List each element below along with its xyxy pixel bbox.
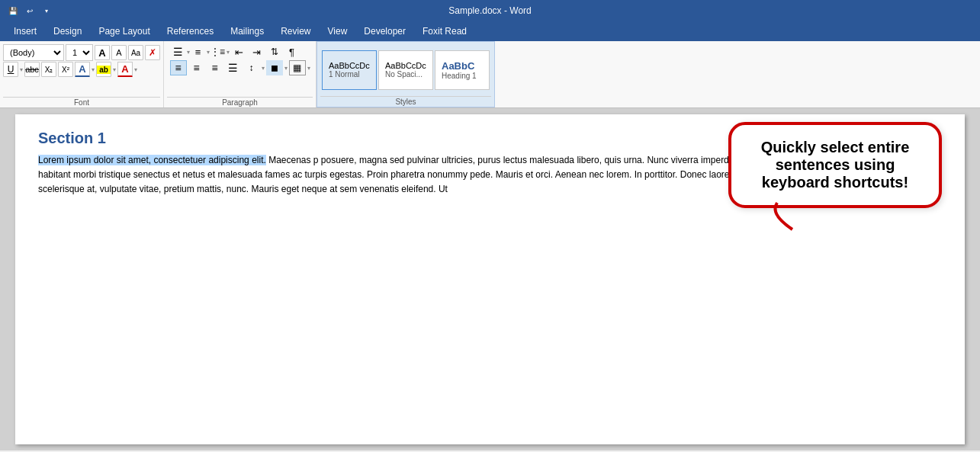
undo-icon[interactable]: ↩ [23,4,37,18]
align-left-button[interactable]: ≡ [170,60,187,75]
paragraph-group: ☰ ▾ ≡ ▾ ⋮≡ ▾ ⇤ ⇥ ⇅ ¶ [164,41,316,107]
decrease-indent-button[interactable]: ⇤ [231,44,248,59]
style-heading1[interactable]: AaBbC Heading 1 [435,50,490,90]
align-right-button[interactable]: ≡ [207,60,223,75]
callout-text: Quickly select entire sentences using ke… [761,139,910,191]
font-format-row: U ▾ abc X₂ X² A ▾ ab ▾ A ▾ [3,62,137,77]
font-group-label: Font [3,97,160,107]
style-heading1-text: AaBbC [442,60,474,72]
quick-access-toolbar[interactable]: 💾 ↩ ▾ [6,4,53,18]
bullets-button[interactable]: ☰ [170,44,187,59]
menu-bar: Insert Design Page Layout References Mai… [0,21,980,41]
borders-button[interactable]: ▦ [289,60,306,75]
paragraph-group-label: Paragraph [167,97,313,107]
menu-review[interactable]: Review [273,24,318,38]
callout-bubble: Quickly select entire sentences using ke… [728,122,942,208]
save-icon[interactable]: 💾 [6,4,20,18]
document-area: Section 1 Lorem ipsum dolor sit amet, co… [0,108,980,450]
quick-access-dropdown-icon[interactable]: ▾ [40,4,53,18]
menu-references[interactable]: References [159,24,221,38]
callout-tail [770,203,808,229]
justify-button[interactable]: ☰ [225,60,242,75]
font-group: (Body) 11 A A Aa ✗ U ▾ abc X₂ X² [0,41,164,107]
font-name-row: (Body) 11 A A Aa ✗ [3,44,160,61]
style-no-spacing[interactable]: AaBbCcDc No Spaci... [378,50,433,90]
font-color-button[interactable]: A [75,62,90,77]
style-normal[interactable]: AaBbCcDc 1 Normal [322,50,377,90]
font-size-select[interactable]: 11 [66,44,93,61]
paragraph-row1: ☰ ▾ ≡ ▾ ⋮≡ ▾ ⇤ ⇥ ⇅ ¶ [170,44,300,59]
styles-group: AaBbCcDc 1 Normal AaBbCcDc No Spaci... A… [316,41,495,107]
change-case-button[interactable]: Aa [128,45,143,60]
text-color-button[interactable]: A [117,62,133,77]
highlight-button[interactable]: ab [96,62,111,77]
ribbon: (Body) 11 A A Aa ✗ U ▾ abc X₂ X² [0,41,980,108]
line-spacing-button[interactable]: ↕ [243,60,260,75]
menu-mailings[interactable]: Mailings [223,24,272,38]
center-button[interactable]: ≡ [188,60,205,75]
sort-button[interactable]: ⇅ [266,44,283,59]
menu-developer[interactable]: Developer [356,24,413,38]
subscript-button[interactable]: X₂ [41,62,56,77]
menu-foxit-read[interactable]: Foxit Read [415,24,474,38]
menu-page-layout[interactable]: Page Layout [91,24,157,38]
title-bar: 💾 ↩ ▾ Sample.docx - Word [0,0,980,21]
superscript-button[interactable]: X² [58,62,73,77]
shading-button[interactable]: ◼ [266,60,283,75]
grow-font-button[interactable]: A [95,45,110,60]
multilevel-button[interactable]: ⋮≡ [210,44,227,59]
strikethrough-button[interactable]: abc [24,62,40,77]
style-no-spacing-text: AaBbCcDc [385,61,426,70]
shrink-font-button[interactable]: A [111,45,127,60]
numbering-button[interactable]: ≡ [190,44,207,59]
window-title: Sample.docx - Word [448,5,532,16]
show-marks-button[interactable]: ¶ [284,44,300,59]
highlighted-sentence: Lorem ipsum dolor sit amet, consectetuer… [38,155,266,165]
menu-view[interactable]: View [320,24,355,38]
menu-design[interactable]: Design [46,24,89,38]
font-name-select[interactable]: (Body) [3,44,64,61]
styles-group-label: Styles [320,96,491,107]
ribbon-spacer [495,41,980,107]
underline-button[interactable]: U [3,62,18,77]
clear-format-button[interactable]: ✗ [145,45,160,60]
callout-container: Quickly select entire sentences using ke… [728,122,942,208]
increase-indent-button[interactable]: ⇥ [249,44,265,59]
paragraph-row2: ≡ ≡ ≡ ☰ ↕ ▾ ◼ ▾ ▦ ▾ [170,60,310,75]
style-normal-text: AaBbCcDc [329,61,370,70]
menu-insert[interactable]: Insert [6,24,44,38]
document-page: Section 1 Lorem ipsum dolor sit amet, co… [15,114,965,444]
